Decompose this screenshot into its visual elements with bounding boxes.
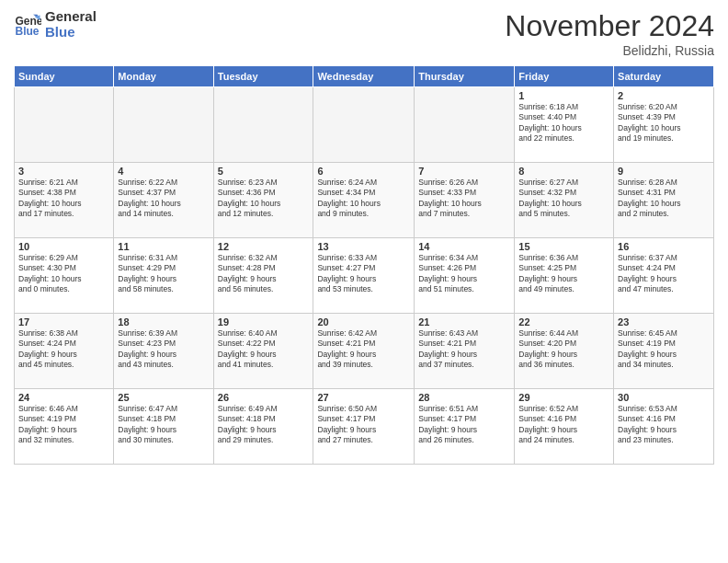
day-info: Sunrise: 6:34 AM Sunset: 4:26 PM Dayligh… xyxy=(418,253,510,295)
week-row-1: 1Sunrise: 6:18 AM Sunset: 4:40 PM Daylig… xyxy=(15,87,714,163)
day-info: Sunrise: 6:50 AM Sunset: 4:17 PM Dayligh… xyxy=(317,404,410,446)
day-info: Sunrise: 6:37 AM Sunset: 4:24 PM Dayligh… xyxy=(618,253,710,295)
day-info: Sunrise: 6:40 AM Sunset: 4:22 PM Dayligh… xyxy=(218,328,310,371)
day-number: 6 xyxy=(317,166,410,177)
day-info: Sunrise: 6:21 AM Sunset: 4:38 PM Dayligh… xyxy=(18,178,109,220)
day-number: 15 xyxy=(518,241,609,252)
day-number: 30 xyxy=(618,392,710,403)
logo-line2: Blue xyxy=(45,25,97,40)
day-info: Sunrise: 6:26 AM Sunset: 4:33 PM Dayligh… xyxy=(418,178,510,220)
day-cell-2-6: 16Sunrise: 6:37 AM Sunset: 4:24 PM Dayli… xyxy=(614,238,714,314)
day-cell-3-1: 18Sunrise: 6:39 AM Sunset: 4:23 PM Dayli… xyxy=(114,314,213,389)
day-cell-0-6: 2Sunrise: 6:20 AM Sunset: 4:39 PM Daylig… xyxy=(614,87,714,163)
logo-line1: General xyxy=(45,9,97,25)
day-number: 17 xyxy=(18,316,109,327)
day-number: 1 xyxy=(518,90,609,101)
header: General Blue General Blue November 2024 … xyxy=(14,9,714,58)
day-cell-0-1 xyxy=(114,87,213,163)
day-number: 26 xyxy=(218,392,310,403)
day-info: Sunrise: 6:45 AM Sunset: 4:19 PM Dayligh… xyxy=(618,328,710,371)
day-number: 28 xyxy=(418,392,510,403)
day-info: Sunrise: 6:42 AM Sunset: 4:21 PM Dayligh… xyxy=(317,328,410,371)
day-number: 16 xyxy=(618,241,710,252)
day-cell-3-6: 23Sunrise: 6:45 AM Sunset: 4:19 PM Dayli… xyxy=(614,314,714,389)
day-cell-2-4: 14Sunrise: 6:34 AM Sunset: 4:26 PM Dayli… xyxy=(415,238,515,314)
week-row-2: 3Sunrise: 6:21 AM Sunset: 4:38 PM Daylig… xyxy=(15,163,714,238)
day-info: Sunrise: 6:31 AM Sunset: 4:29 PM Dayligh… xyxy=(118,253,209,295)
day-cell-3-2: 19Sunrise: 6:40 AM Sunset: 4:22 PM Dayli… xyxy=(213,314,313,389)
day-cell-2-2: 12Sunrise: 6:32 AM Sunset: 4:28 PM Dayli… xyxy=(213,238,313,314)
day-info: Sunrise: 6:52 AM Sunset: 4:16 PM Dayligh… xyxy=(518,404,609,446)
title-section: November 2024 Belidzhi, Russia xyxy=(505,9,714,58)
day-number: 29 xyxy=(518,392,609,403)
header-saturday: Saturday xyxy=(614,66,714,87)
day-info: Sunrise: 6:47 AM Sunset: 4:18 PM Dayligh… xyxy=(118,404,209,446)
day-cell-1-1: 4Sunrise: 6:22 AM Sunset: 4:37 PM Daylig… xyxy=(114,163,213,238)
day-number: 21 xyxy=(418,316,510,327)
logo-icon: General Blue xyxy=(14,11,41,39)
day-cell-1-0: 3Sunrise: 6:21 AM Sunset: 4:38 PM Daylig… xyxy=(15,163,114,238)
day-number: 22 xyxy=(518,316,609,327)
day-number: 13 xyxy=(317,241,410,252)
header-tuesday: Tuesday xyxy=(213,66,313,87)
day-info: Sunrise: 6:29 AM Sunset: 4:30 PM Dayligh… xyxy=(18,253,109,295)
day-cell-2-5: 15Sunrise: 6:36 AM Sunset: 4:25 PM Dayli… xyxy=(515,238,614,314)
day-number: 2 xyxy=(618,90,710,101)
day-number: 27 xyxy=(317,392,410,403)
day-number: 25 xyxy=(118,392,209,403)
day-info: Sunrise: 6:53 AM Sunset: 4:16 PM Dayligh… xyxy=(618,404,710,446)
day-cell-1-2: 5Sunrise: 6:23 AM Sunset: 4:36 PM Daylig… xyxy=(213,163,313,238)
calendar-table: Sunday Monday Tuesday Wednesday Thursday… xyxy=(14,65,714,465)
day-info: Sunrise: 6:24 AM Sunset: 4:34 PM Dayligh… xyxy=(317,178,410,220)
day-cell-4-4: 28Sunrise: 6:51 AM Sunset: 4:17 PM Dayli… xyxy=(415,389,515,465)
day-cell-0-2 xyxy=(213,87,313,163)
day-info: Sunrise: 6:18 AM Sunset: 4:40 PM Dayligh… xyxy=(518,102,609,144)
day-info: Sunrise: 6:20 AM Sunset: 4:39 PM Dayligh… xyxy=(618,102,710,144)
day-cell-4-6: 30Sunrise: 6:53 AM Sunset: 4:16 PM Dayli… xyxy=(614,389,714,465)
day-cell-0-5: 1Sunrise: 6:18 AM Sunset: 4:40 PM Daylig… xyxy=(515,87,614,163)
day-cell-3-0: 17Sunrise: 6:38 AM Sunset: 4:24 PM Dayli… xyxy=(15,314,114,389)
day-cell-0-0 xyxy=(15,87,114,163)
day-info: Sunrise: 6:33 AM Sunset: 4:27 PM Dayligh… xyxy=(317,253,410,295)
day-number: 8 xyxy=(518,166,609,177)
day-number: 10 xyxy=(18,241,109,252)
day-cell-0-3 xyxy=(313,87,415,163)
header-wednesday: Wednesday xyxy=(313,66,415,87)
day-cell-1-4: 7Sunrise: 6:26 AM Sunset: 4:33 PM Daylig… xyxy=(415,163,515,238)
page: General Blue General Blue November 2024 … xyxy=(0,0,728,563)
day-number: 23 xyxy=(618,316,710,327)
day-number: 24 xyxy=(18,392,109,403)
day-cell-3-5: 22Sunrise: 6:44 AM Sunset: 4:20 PM Dayli… xyxy=(515,314,614,389)
day-number: 18 xyxy=(118,316,209,327)
header-monday: Monday xyxy=(114,66,213,87)
day-info: Sunrise: 6:38 AM Sunset: 4:24 PM Dayligh… xyxy=(18,328,109,371)
day-cell-3-3: 20Sunrise: 6:42 AM Sunset: 4:21 PM Dayli… xyxy=(313,314,415,389)
day-info: Sunrise: 6:23 AM Sunset: 4:36 PM Dayligh… xyxy=(218,178,310,220)
header-sunday: Sunday xyxy=(15,66,114,87)
day-cell-4-2: 26Sunrise: 6:49 AM Sunset: 4:18 PM Dayli… xyxy=(213,389,313,465)
day-info: Sunrise: 6:22 AM Sunset: 4:37 PM Dayligh… xyxy=(118,178,209,220)
day-number: 14 xyxy=(418,241,510,252)
day-cell-1-5: 8Sunrise: 6:27 AM Sunset: 4:32 PM Daylig… xyxy=(515,163,614,238)
day-info: Sunrise: 6:36 AM Sunset: 4:25 PM Dayligh… xyxy=(518,253,609,295)
header-thursday: Thursday xyxy=(415,66,515,87)
day-info: Sunrise: 6:51 AM Sunset: 4:17 PM Dayligh… xyxy=(418,404,510,446)
day-info: Sunrise: 6:39 AM Sunset: 4:23 PM Dayligh… xyxy=(118,328,209,371)
day-cell-4-1: 25Sunrise: 6:47 AM Sunset: 4:18 PM Dayli… xyxy=(114,389,213,465)
week-row-3: 10Sunrise: 6:29 AM Sunset: 4:30 PM Dayli… xyxy=(15,238,714,314)
day-cell-2-0: 10Sunrise: 6:29 AM Sunset: 4:30 PM Dayli… xyxy=(15,238,114,314)
day-info: Sunrise: 6:46 AM Sunset: 4:19 PM Dayligh… xyxy=(18,404,109,446)
day-number: 11 xyxy=(118,241,209,252)
calendar-header-row: Sunday Monday Tuesday Wednesday Thursday… xyxy=(15,66,714,87)
day-cell-1-6: 9Sunrise: 6:28 AM Sunset: 4:31 PM Daylig… xyxy=(614,163,714,238)
day-cell-4-0: 24Sunrise: 6:46 AM Sunset: 4:19 PM Dayli… xyxy=(15,389,114,465)
day-cell-3-4: 21Sunrise: 6:43 AM Sunset: 4:21 PM Dayli… xyxy=(415,314,515,389)
svg-text:Blue: Blue xyxy=(16,24,40,37)
day-number: 19 xyxy=(218,316,310,327)
day-info: Sunrise: 6:49 AM Sunset: 4:18 PM Dayligh… xyxy=(218,404,310,446)
day-cell-2-1: 11Sunrise: 6:31 AM Sunset: 4:29 PM Dayli… xyxy=(114,238,213,314)
header-friday: Friday xyxy=(515,66,614,87)
day-info: Sunrise: 6:28 AM Sunset: 4:31 PM Dayligh… xyxy=(618,178,710,220)
day-number: 9 xyxy=(618,166,710,177)
month-title: November 2024 xyxy=(505,9,714,43)
